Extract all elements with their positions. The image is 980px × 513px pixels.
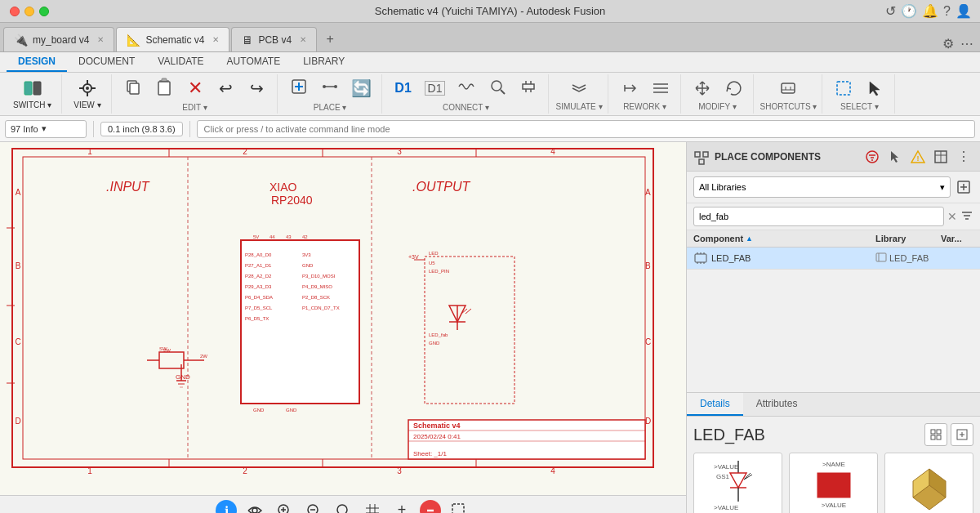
- connect-search-button[interactable]: [483, 76, 512, 100]
- time-icon[interactable]: 🕐: [901, 3, 917, 19]
- undo-button[interactable]: ↩: [212, 78, 241, 98]
- zoom-in-btn[interactable]: [273, 499, 296, 514]
- col-component-label: Component: [693, 234, 743, 243]
- info-btn[interactable]: ℹ: [216, 500, 237, 514]
- paste-button[interactable]: [149, 76, 179, 100]
- connect-items: D1 D1: [389, 76, 544, 100]
- svg-rect-137: [699, 159, 704, 164]
- search-filter-icon[interactable]: [960, 209, 973, 225]
- panel-more-icon[interactable]: ⋮: [954, 147, 973, 167]
- modify-refresh-button[interactable]: [719, 78, 748, 99]
- tab-schematic[interactable]: 📐 Schematic v4 ✕: [116, 27, 229, 51]
- place-wire-button[interactable]: [315, 76, 345, 100]
- connect-d1b-button[interactable]: D1: [420, 79, 451, 97]
- component-row-led-fab[interactable]: LED_FAB LED_FAB: [687, 248, 980, 269]
- name-preview: >NAME >VALUE: [789, 453, 878, 513]
- stop-btn[interactable]: [420, 500, 441, 514]
- shortcuts-key-button[interactable]: [773, 78, 803, 99]
- grid-btn[interactable]: [361, 499, 384, 514]
- select-dashed-button[interactable]: [829, 78, 858, 99]
- shortcuts-key-icon: [779, 79, 797, 97]
- tab-details[interactable]: Details: [687, 393, 743, 416]
- svg-text:2W: 2W: [163, 348, 171, 353]
- maximize-button[interactable]: [39, 7, 49, 16]
- selection-btn[interactable]: [448, 499, 470, 514]
- svg-text:Sheet: _1/1: Sheet: _1/1: [413, 450, 447, 457]
- close-button[interactable]: [10, 7, 20, 16]
- svg-text:.OUTPUT: .OUTPUT: [412, 180, 470, 194]
- place-add-button[interactable]: [284, 76, 314, 100]
- panel-icon-table[interactable]: [931, 147, 951, 167]
- visibility-btn[interactable]: [243, 499, 266, 514]
- 3d-preview: [884, 453, 973, 513]
- switch-button[interactable]: SWITCH ▾: [8, 77, 56, 111]
- info-level-select[interactable]: 97 Info ▾: [5, 120, 87, 138]
- svg-text:GND: GND: [302, 263, 314, 268]
- panel-icon-active[interactable]: [862, 147, 882, 167]
- ribbon-tab-validate[interactable]: VALIDATE: [146, 52, 215, 72]
- cursor-icon: [888, 149, 902, 164]
- modify-move-button[interactable]: [688, 78, 717, 99]
- col-component[interactable]: Component ▲: [693, 234, 875, 243]
- schematic-canvas[interactable]: 1 2 3 4 1 2 3 4 A B C D: [0, 142, 686, 495]
- tab-close-schematic[interactable]: ✕: [212, 35, 219, 44]
- simulate-items: [564, 78, 594, 99]
- view-button[interactable]: VIEW ▾: [69, 77, 105, 111]
- notify-icon[interactable]: 🔔: [922, 3, 938, 19]
- tab-settings-icon[interactable]: ⚙: [942, 36, 954, 51]
- svg-text:GND: GND: [176, 373, 190, 381]
- col-library[interactable]: Library: [875, 234, 941, 243]
- ribbon-tab-design[interactable]: DESIGN: [7, 52, 67, 72]
- search-input[interactable]: [693, 207, 944, 226]
- select-cursor-button[interactable]: [860, 78, 889, 99]
- account-icon[interactable]: 👤: [956, 3, 972, 19]
- command-line-input[interactable]: [197, 120, 975, 138]
- tab-attributes[interactable]: Attributes: [743, 393, 811, 416]
- tab-more-icon[interactable]: ⋯: [960, 36, 973, 51]
- connect-wave-button[interactable]: [452, 76, 481, 100]
- panel-icon-warning[interactable]: !: [908, 147, 928, 167]
- rework-arrow-button[interactable]: [615, 78, 644, 99]
- ribbon-tab-document[interactable]: DOCUMENT: [67, 52, 146, 72]
- connect-bus-button[interactable]: [514, 76, 543, 100]
- detail-expand-btn[interactable]: [951, 423, 973, 446]
- panel-icon-cursor[interactable]: [885, 147, 905, 167]
- component-name: LED_FAB: [711, 253, 875, 263]
- new-tab-button[interactable]: +: [318, 27, 341, 51]
- delete-button[interactable]: ✕: [180, 78, 210, 99]
- library-select[interactable]: All Libraries ▾: [693, 176, 951, 198]
- led-name-preview: >NAME >VALUE: [805, 457, 862, 513]
- zoom-fit-btn[interactable]: [332, 499, 354, 514]
- simulate-button[interactable]: [564, 78, 594, 99]
- svg-text:P28_A0_D0: P28_A0_D0: [245, 252, 272, 257]
- details-body: LED_FAB: [687, 417, 980, 513]
- component-name-text: LED_FAB: [693, 426, 765, 444]
- place-move-button[interactable]: 🔄: [346, 78, 376, 98]
- ribbon-group-view: VIEW ▾: [64, 74, 111, 114]
- tab-close-pcb[interactable]: ✕: [300, 35, 306, 44]
- help-icon[interactable]: ?: [943, 4, 951, 19]
- ribbon-group-edit: ✕ ↩ ↪ EDIT ▾: [114, 74, 278, 114]
- bottom-toolbar: ℹ +: [0, 495, 686, 513]
- search-clear-icon[interactable]: ✕: [947, 210, 957, 223]
- copy-button[interactable]: [118, 76, 148, 100]
- connect-d1-button[interactable]: D1: [389, 80, 418, 96]
- rework-split-button[interactable]: [646, 78, 675, 99]
- minimize-button[interactable]: [24, 7, 34, 16]
- col-variant[interactable]: Var...: [941, 234, 973, 243]
- detail-grid-btn[interactable]: [924, 423, 947, 446]
- tab-my-board[interactable]: 🔌 my_board v4 ✕: [3, 27, 114, 51]
- tab-pcb[interactable]: 🖥 PCB v4 ✕: [231, 27, 317, 51]
- preview-row: >VALUE GS1 >VALUE >NAME >VALUE: [693, 453, 973, 513]
- delete-icon: ✕: [188, 79, 203, 97]
- ribbon-tab-library[interactable]: LIBRARY: [292, 52, 356, 72]
- tab-close-my-board[interactable]: ✕: [97, 35, 104, 44]
- zoom-out-btn[interactable]: [302, 499, 325, 514]
- title-bar-actions: ↺ 🕐 🔔 ? 👤: [885, 3, 972, 19]
- svg-text:LED_fab: LED_fab: [429, 332, 448, 337]
- plus-btn[interactable]: +: [390, 499, 413, 514]
- refresh-icon[interactable]: ↺: [885, 3, 896, 19]
- ribbon-tab-automate[interactable]: AUTOMATE: [216, 52, 292, 72]
- redo-button[interactable]: ↪: [243, 78, 272, 98]
- add-library-icon[interactable]: [954, 177, 973, 197]
